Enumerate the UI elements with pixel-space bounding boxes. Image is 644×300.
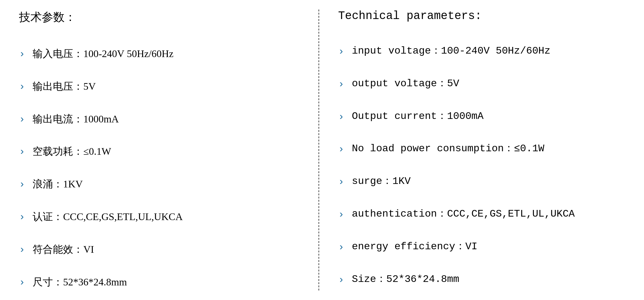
param-text: 浪涌：1KV [33,177,83,191]
param-text: Size：52*36*24.8mm [352,272,459,287]
param-text: 尺寸：52*36*24.8mm [33,275,127,289]
param-text: 输出电流：1000mA [33,112,119,126]
list-item: ›认证：CCC,CE,GS,ETL,UL,UKCA [19,201,306,233]
list-item: ›input voltage：100-240V 50Hz/60Hz [338,35,625,68]
list-item: ›输入电压：100-240V 50Hz/60Hz [19,38,306,70]
chevron-icon: › [19,210,25,225]
list-item: ›energy efficiency：VI [338,231,625,264]
left-title: 技术参数： [19,10,306,25]
list-item: ›尺寸：52*36*24.8mm [19,266,306,299]
param-text: input voltage：100-240V 50Hz/60Hz [352,44,550,58]
param-text: 空载功耗：≤0.1W [33,144,111,159]
left-param-list: ›输入电压：100-240V 50Hz/60Hz›输出电压：5V›输出电流：10… [19,38,306,298]
list-item: ›surge：1KV [338,166,625,198]
chevron-icon: › [19,47,25,62]
param-text: surge：1KV [352,174,411,189]
chevron-icon: › [338,110,344,124]
param-text: Output current：1000mA [352,109,483,124]
chevron-icon: › [338,273,344,287]
param-text: 符合能效：VI [33,242,94,257]
list-item: ›Output current：1000mA [338,101,625,133]
list-item: ›No load power consumption：≤0.1W [338,133,625,166]
list-item: ›符合能效：VI [19,233,306,266]
chevron-icon: › [19,113,25,127]
right-panel: Technical parameters: ›input voltage：100… [319,10,625,290]
list-item: ›输出电压：5V [19,70,306,103]
param-text: authentication：CCC,CE,GS,ETL,UL,UKCA [352,207,575,221]
chevron-icon: › [19,276,25,290]
chevron-icon: › [338,45,344,59]
chevron-icon: › [338,175,344,189]
chevron-icon: › [338,208,344,222]
chevron-icon: › [338,77,344,92]
chevron-icon: › [338,142,344,157]
param-text: No load power consumption：≤0.1W [352,142,544,156]
chevron-icon: › [19,178,25,192]
chevron-icon: › [19,80,25,94]
right-param-list: ›input voltage：100-240V 50Hz/60Hz›output… [338,35,625,296]
list-item: ›空载功耗：≤0.1W [19,135,306,168]
param-text: 认证：CCC,CE,GS,ETL,UL,UKCA [33,210,183,224]
chevron-icon: › [338,240,344,255]
list-item: ›output voltage：5V [338,68,625,101]
chevron-icon: › [19,243,25,257]
list-item: ›Size：52*36*24.8mm [338,264,625,296]
param-text: output voltage：5V [352,77,459,91]
list-item: ›浪涌：1KV [19,168,306,201]
param-text: energy efficiency：VI [352,240,477,254]
right-title: Technical parameters: [338,10,625,23]
left-panel: 技术参数： ›输入电压：100-240V 50Hz/60Hz›输出电压：5V›输… [19,10,319,290]
page-container: 技术参数： ›输入电压：100-240V 50Hz/60Hz›输出电压：5V›输… [0,0,644,300]
chevron-icon: › [19,145,25,159]
param-text: 输出电压：5V [33,79,96,94]
list-item: ›authentication：CCC,CE,GS,ETL,UL,UKCA [338,198,625,231]
list-item: ›输出电流：1000mA [19,103,306,136]
param-text: 输入电压：100-240V 50Hz/60Hz [33,47,174,61]
